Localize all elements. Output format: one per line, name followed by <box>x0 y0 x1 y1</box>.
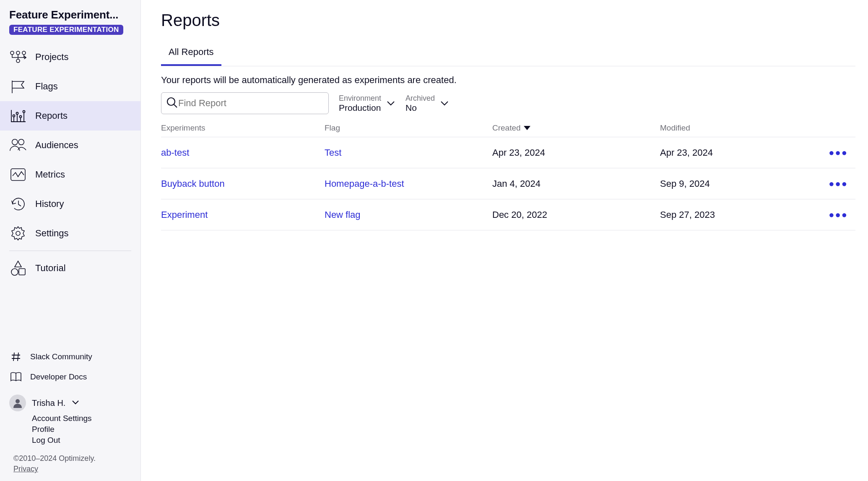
svg-point-3 <box>16 59 20 63</box>
ext-link-label: Slack Community <box>30 352 92 361</box>
sidebar-item-flags[interactable]: Flags <box>0 72 140 101</box>
modified-cell: Apr 23, 2024 <box>660 147 822 158</box>
row-actions-menu[interactable]: ●●● <box>829 147 848 158</box>
svg-point-5 <box>16 112 18 115</box>
flag-link[interactable]: Homepage-a-b-test <box>325 178 492 189</box>
col-modified[interactable]: Modified <box>660 123 822 133</box>
svg-point-12 <box>11 269 18 275</box>
created-cell: Dec 20, 2022 <box>492 209 660 220</box>
user-logout[interactable]: Log Out <box>32 435 131 446</box>
svg-rect-10 <box>11 169 25 180</box>
filter-row: Environment Production Archived No <box>161 90 855 123</box>
svg-point-14 <box>16 399 20 403</box>
svg-point-4 <box>13 115 15 117</box>
filter-value: No <box>405 103 435 113</box>
svg-point-8 <box>12 139 18 145</box>
modified-cell: Sep 27, 2023 <box>660 209 822 220</box>
sidebar-item-metrics[interactable]: Metrics <box>0 160 140 189</box>
svg-point-2 <box>22 51 26 55</box>
table-row: Experiment New flag Dec 20, 2022 Sep 27,… <box>161 199 855 230</box>
row-actions-menu[interactable]: ●●● <box>829 209 848 220</box>
tabs: All Reports <box>161 42 855 66</box>
sidebar-item-label: History <box>35 199 64 209</box>
filter-label: Archived <box>405 94 435 103</box>
avatar <box>9 395 26 411</box>
sidebar-item-projects[interactable]: Projects <box>0 42 140 72</box>
sidebar-item-settings[interactable]: Settings <box>0 219 140 248</box>
created-cell: Apr 23, 2024 <box>492 147 660 158</box>
flag-icon <box>9 78 27 95</box>
footer: ©2010–2024 Optimizely. Privacy <box>0 448 140 477</box>
privacy-link[interactable]: Privacy <box>13 465 38 473</box>
book-icon <box>9 370 23 384</box>
svg-point-0 <box>10 51 14 55</box>
filter-archived[interactable]: Archived No <box>405 94 449 113</box>
svg-point-11 <box>16 231 20 235</box>
user-block: Trisha H. Account Settings Profile Log O… <box>0 387 140 448</box>
svg-rect-13 <box>19 269 25 275</box>
sidebar-item-history[interactable]: History <box>0 189 140 219</box>
copyright: ©2010–2024 Optimizely. <box>13 454 131 463</box>
ext-developer-docs[interactable]: Developer Docs <box>0 367 140 387</box>
project-title[interactable]: Feature Experiment... <box>9 8 131 21</box>
main-content: Reports All Reports Your reports will be… <box>141 0 868 481</box>
ext-slack-community[interactable]: Slack Community <box>0 347 140 367</box>
table-header: Experiments Flag Created Modified <box>161 123 855 137</box>
svg-point-15 <box>167 98 175 105</box>
svg-point-7 <box>23 111 25 113</box>
search-icon <box>166 96 178 110</box>
shapes-icon <box>9 259 27 277</box>
experiment-link[interactable]: Experiment <box>161 209 325 220</box>
user-name: Trisha H. <box>32 398 65 408</box>
product-badge: FEATURE EXPERIMENTATION <box>9 25 123 35</box>
hash-icon <box>9 350 23 363</box>
sidebar-header: Feature Experiment... FEATURE EXPERIMENT… <box>0 8 140 42</box>
audiences-icon <box>9 136 27 154</box>
row-actions-menu[interactable]: ●●● <box>829 178 848 189</box>
svg-point-6 <box>20 116 22 118</box>
sidebar-item-label: Audiences <box>35 140 78 151</box>
sidebar-item-label: Settings <box>35 228 69 239</box>
page-title: Reports <box>161 11 855 30</box>
metrics-icon <box>9 166 27 183</box>
sidebar-item-label: Tutorial <box>35 263 66 274</box>
projects-icon <box>9 48 27 66</box>
chart-icon <box>9 107 27 125</box>
search-input[interactable] <box>178 98 324 109</box>
nav-divider <box>9 251 131 251</box>
col-experiments[interactable]: Experiments <box>161 123 325 133</box>
tab-all-reports[interactable]: All Reports <box>161 42 221 66</box>
sidebar-item-audiences[interactable]: Audiences <box>0 131 140 160</box>
external-links: Slack Community Developer Docs <box>0 345 140 387</box>
nav-list: Projects Flags Reports <box>0 42 140 248</box>
user-submenu: Account Settings Profile Log Out <box>32 413 131 446</box>
modified-cell: Sep 9, 2024 <box>660 178 822 189</box>
search-wrap[interactable] <box>161 92 329 114</box>
flag-link[interactable]: New flag <box>325 209 492 220</box>
table-row: ab-test Test Apr 23, 2024 Apr 23, 2024 ●… <box>161 137 855 168</box>
experiment-link[interactable]: Buyback button <box>161 178 325 189</box>
sidebar-item-reports[interactable]: Reports <box>0 101 140 131</box>
sidebar-item-label: Projects <box>35 52 68 63</box>
experiment-link[interactable]: ab-test <box>161 147 325 158</box>
sidebar-item-label: Flags <box>35 81 58 92</box>
chevron-down-icon <box>71 399 80 407</box>
chevron-down-icon <box>440 100 449 107</box>
table-row: Buyback button Homepage-a-b-test Jan 4, … <box>161 168 855 199</box>
filter-environment[interactable]: Environment Production <box>339 94 395 113</box>
user-profile[interactable]: Profile <box>32 424 131 435</box>
user-account-settings[interactable]: Account Settings <box>32 413 131 424</box>
flag-link[interactable]: Test <box>325 147 492 158</box>
user-menu-toggle[interactable]: Trisha H. <box>9 395 131 411</box>
gear-icon <box>9 225 27 242</box>
sidebar-item-tutorial[interactable]: Tutorial <box>0 254 140 283</box>
col-created[interactable]: Created <box>492 123 660 133</box>
help-text: Your reports will be automatically gener… <box>161 66 855 90</box>
sidebar: Feature Experiment... FEATURE EXPERIMENT… <box>0 0 141 481</box>
sidebar-item-label: Metrics <box>35 169 65 180</box>
col-flag[interactable]: Flag <box>325 123 492 133</box>
created-cell: Jan 4, 2024 <box>492 178 660 189</box>
sidebar-item-label: Reports <box>35 110 68 121</box>
reports-table: Experiments Flag Created Modified ab-tes… <box>161 123 855 230</box>
chevron-down-icon <box>386 100 395 107</box>
